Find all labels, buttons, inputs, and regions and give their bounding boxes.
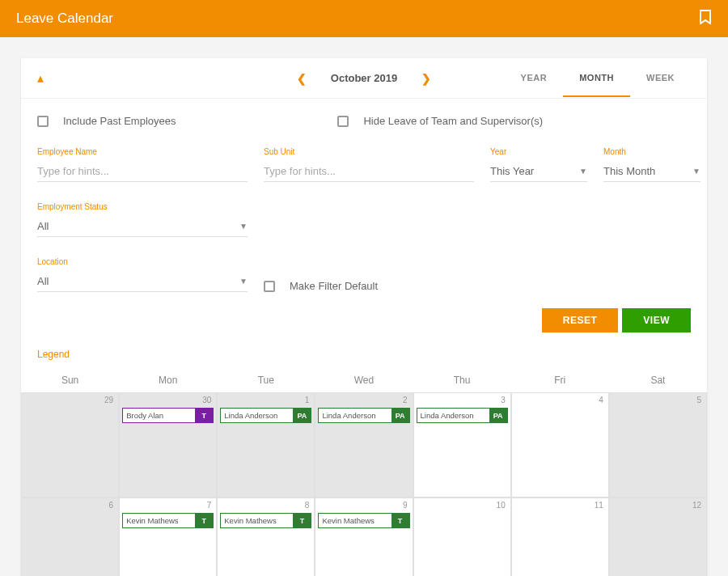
calendar-cell[interactable]: 5: [609, 392, 707, 498]
event-badge: T: [195, 514, 213, 527]
field-label: Year: [490, 147, 587, 156]
event-name: Brody Alan: [123, 409, 195, 422]
leave-event[interactable]: Kevin MathewsT: [220, 513, 311, 528]
location-field: Location All ▼: [37, 257, 248, 292]
event-name: Linda Anderson: [417, 409, 489, 422]
reset-button[interactable]: RESET: [542, 308, 619, 332]
sub-unit-input[interactable]: [264, 161, 474, 182]
collapse-icon[interactable]: ▴: [37, 70, 44, 86]
event-name: Kevin Mathews: [221, 514, 293, 527]
content: ▴ ❮ October 2019 ❯ YEAR MONTH WEEK Inclu…: [0, 37, 728, 576]
cell-date: 11: [595, 501, 603, 510]
employee-name-input[interactable]: [37, 161, 248, 182]
employment-status-field: Employment Status All ▼: [37, 202, 248, 237]
month-select[interactable]: This Month ▼: [603, 161, 700, 182]
calendar-cell[interactable]: 29: [21, 392, 119, 498]
leave-event[interactable]: Linda AndersonPA: [417, 408, 508, 423]
calendar-cell[interactable]: 10: [413, 498, 511, 576]
calendar-cell[interactable]: 1Linda AndersonPA: [217, 392, 315, 498]
calendar-cell[interactable]: 7Kevin MathewsT: [119, 498, 217, 576]
event-badge: PA: [293, 409, 311, 422]
field-label: Location: [37, 257, 248, 266]
field-label: Employee Name: [37, 147, 248, 156]
cell-date: 1: [305, 396, 310, 404]
sub-unit-field: Sub Unit: [264, 147, 474, 182]
employment-status-select[interactable]: All ▼: [37, 216, 248, 237]
checkbox-hide-leave[interactable]: [337, 116, 349, 127]
cell-date: 29: [104, 396, 113, 404]
chevron-down-icon: ▼: [692, 167, 700, 176]
calendar-cell[interactable]: 4: [511, 392, 609, 498]
checkbox-make-default[interactable]: [264, 281, 275, 292]
chevron-down-icon: ▼: [239, 277, 248, 286]
calendar-cell[interactable]: 9Kevin MathewsT: [315, 498, 413, 576]
cell-date: 3: [501, 396, 506, 404]
tab-week[interactable]: WEEK: [630, 60, 691, 97]
view-button[interactable]: VIEW: [622, 308, 691, 332]
day-header: Tue: [217, 368, 315, 392]
event-name: Linda Anderson: [319, 409, 391, 422]
leave-event[interactable]: Kevin MathewsT: [318, 513, 409, 528]
calendar-cell[interactable]: 12: [609, 498, 707, 576]
page-title: Leave Calendar: [16, 11, 113, 27]
year-select[interactable]: This Year ▼: [490, 161, 587, 182]
event-badge: T: [392, 514, 409, 527]
chevron-down-icon: ▼: [579, 167, 587, 176]
employee-name-field: Employee Name: [37, 147, 248, 182]
chevron-down-icon: ▼: [239, 222, 248, 231]
cell-date: 9: [403, 501, 408, 510]
cell-date: 7: [207, 501, 212, 510]
leave-event[interactable]: Linda AndersonPA: [220, 408, 311, 423]
day-header: Wed: [315, 368, 413, 392]
legend-label: Legend: [21, 349, 707, 368]
month-navigator: ❮ October 2019 ❯: [297, 72, 431, 85]
calendar-cell[interactable]: 30Brody AlanT: [119, 392, 217, 498]
day-header: Sun: [21, 368, 119, 392]
year-field: Year This Year ▼: [490, 147, 587, 182]
prev-month-icon[interactable]: ❮: [297, 72, 307, 85]
leave-event[interactable]: Linda AndersonPA: [318, 408, 409, 423]
calendar-nav: ▴ ❮ October 2019 ❯ YEAR MONTH WEEK: [21, 58, 707, 99]
calendar-body: 2930Brody AlanT1Linda AndersonPA2Linda A…: [21, 392, 707, 576]
bookmark-icon[interactable]: [699, 10, 712, 28]
calendar-header: SunMonTueWedThuFriSat: [21, 368, 707, 392]
current-month-label: October 2019: [331, 72, 397, 84]
event-badge: PA: [489, 409, 507, 422]
select-value: This Month: [603, 165, 655, 177]
checkbox-row: Include Past Employees Hide Leave of Tea…: [37, 115, 691, 127]
tab-year[interactable]: YEAR: [505, 60, 564, 97]
next-month-icon[interactable]: ❯: [421, 72, 431, 85]
checkbox-label: Make Filter Default: [290, 280, 378, 292]
calendar-cell[interactable]: 2Linda AndersonPA: [315, 392, 413, 498]
cell-date: 30: [202, 396, 211, 404]
calendar-cell[interactable]: 6: [21, 498, 119, 576]
filter-row-1: Employee Name Sub Unit Year This Year ▼ …: [37, 147, 691, 182]
include-past-checkbox: Include Past Employees: [37, 115, 176, 127]
filters-panel: Include Past Employees Hide Leave of Tea…: [21, 99, 707, 308]
select-value: All: [37, 220, 49, 232]
leave-event[interactable]: Kevin MathewsT: [122, 513, 214, 528]
cell-date: 6: [109, 501, 114, 510]
cell-date: 5: [696, 396, 701, 404]
filter-row-3: Location All ▼ Make Filter Default: [37, 257, 691, 292]
cell-date: 8: [305, 501, 310, 510]
day-header: Mon: [119, 368, 217, 392]
event-name: Kevin Mathews: [319, 514, 391, 527]
location-select[interactable]: All ▼: [37, 271, 248, 292]
event-badge: T: [195, 409, 213, 422]
field-label: Employment Status: [37, 202, 248, 211]
calendar-cell[interactable]: 3Linda AndersonPA: [413, 392, 511, 498]
calendar-cell[interactable]: 8Kevin MathewsT: [217, 498, 315, 576]
month-field: Month This Month ▼: [603, 147, 700, 182]
select-value: All: [37, 275, 49, 287]
view-tabs: YEAR MONTH WEEK: [505, 60, 691, 97]
checkbox-include-past[interactable]: [37, 116, 49, 127]
field-label: Month: [603, 147, 700, 156]
filter-row-2: Employment Status All ▼: [37, 202, 691, 237]
leave-event[interactable]: Brody AlanT: [122, 408, 214, 423]
calendar-cell[interactable]: 11: [511, 498, 609, 576]
cell-date: 10: [497, 501, 506, 510]
event-badge: PA: [392, 409, 409, 422]
field-label: Sub Unit: [264, 147, 474, 156]
tab-month[interactable]: MONTH: [563, 60, 630, 97]
